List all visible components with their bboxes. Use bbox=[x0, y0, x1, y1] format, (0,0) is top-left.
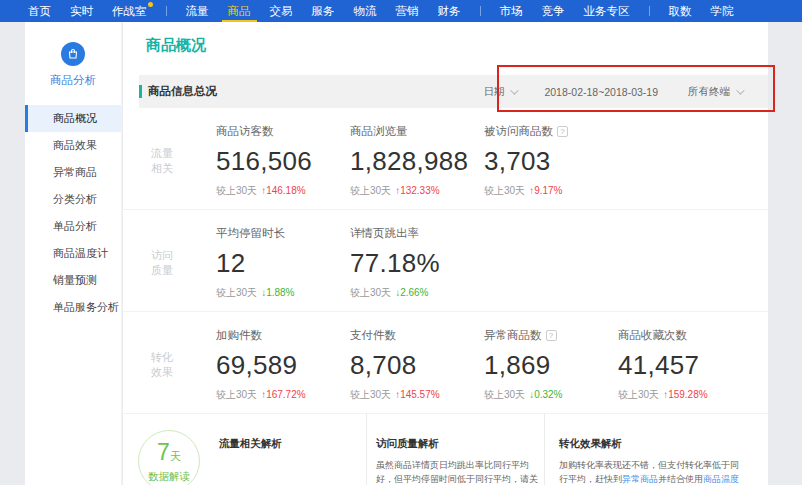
metric-value: 41,457 bbox=[618, 350, 752, 381]
help-icon[interactable]: ? bbox=[546, 330, 557, 341]
metric-value: 1,869 bbox=[484, 350, 618, 381]
badge-caption: 数据解读 bbox=[139, 470, 199, 484]
section-accent-bar bbox=[139, 85, 142, 98]
top-navbar: 首页实时作战室流量商品交易服务物流营销财务市场竞争业务专区取数学院 bbox=[0, 0, 802, 22]
sidebar-item-4[interactable]: 单品分析 bbox=[25, 213, 121, 240]
metric-label: 异常商品数? bbox=[484, 328, 618, 343]
insight-text: 并结合使用 bbox=[658, 474, 703, 484]
metric-label: 商品访客数 bbox=[216, 124, 350, 139]
terminal-label: 所有终端 bbox=[688, 85, 730, 99]
sidebar-item-3[interactable]: 分类分析 bbox=[25, 186, 121, 213]
metric-value: 516,506 bbox=[216, 146, 350, 177]
metric-compare: 较上30天↑159.28% bbox=[618, 388, 752, 402]
metric-compare: 较上30天↑145.57% bbox=[350, 388, 484, 402]
metric-card-0-1: 商品浏览量1,828,988较上30天↑132.33% bbox=[350, 124, 484, 209]
arrow-up-change: ↑132.33% bbox=[395, 185, 439, 196]
sidebar-item-6[interactable]: 销量预测 bbox=[25, 267, 121, 294]
insight-link[interactable]: 异常商品 bbox=[622, 474, 658, 484]
arrow-down-change: ↓1.88% bbox=[261, 287, 294, 298]
date-type-dropdown[interactable]: 日期 bbox=[483, 85, 516, 99]
nav-item-8[interactable]: 物流 bbox=[354, 0, 377, 22]
metric-row-1: 访问质量平均停留时长12较上30天↓1.88%详情页跳出率77.18%较上30天… bbox=[123, 210, 768, 312]
metric-compare: 较上30天↑132.33% bbox=[350, 184, 484, 198]
sidebar-item-2[interactable]: 异常商品 bbox=[25, 159, 121, 186]
chevron-down-icon bbox=[736, 86, 744, 94]
metric-label: 支付件数 bbox=[350, 328, 484, 343]
nav-item-0[interactable]: 首页 bbox=[28, 0, 51, 22]
metric-label: 加购件数 bbox=[216, 328, 350, 343]
nav-item-14[interactable]: 业务专区 bbox=[584, 0, 630, 22]
metric-value: 12 bbox=[216, 248, 350, 279]
nav-item-12[interactable]: 市场 bbox=[500, 0, 523, 22]
insight-text: 虽然商品详情页日均跳出率比同行平均好，但平均停留时间低于同行平均，请关注页面推荐… bbox=[376, 460, 538, 485]
page-title: 商品概况 bbox=[146, 36, 206, 55]
insight-body: 虽然商品详情页日均跳出率比同行平均好，但平均停留时间低于同行平均，请关注页面推荐… bbox=[376, 459, 544, 485]
nav-item-10[interactable]: 财务 bbox=[438, 0, 461, 22]
sidebar-item-1[interactable]: 商品效果 bbox=[25, 132, 121, 159]
metric-value: 8,708 bbox=[350, 350, 484, 381]
nav-item-9[interactable]: 营销 bbox=[396, 0, 419, 22]
sidebar-item-0[interactable]: 商品概况 bbox=[25, 105, 121, 132]
metric-group-label: 访问质量 bbox=[151, 226, 216, 311]
nav-item-17[interactable]: 学院 bbox=[711, 0, 734, 22]
insight-column-quality: 访问质量解析虽然商品详情页日均跳出率比同行平均好，但平均停留时间低于同行平均，请… bbox=[366, 413, 544, 485]
arrow-up-change: ↑159.28% bbox=[663, 389, 707, 400]
insight-column-conversion: 转化效果解析加购转化率表现还不错，但支付转化率低于同行平均，赶快到异常商品并结合… bbox=[544, 413, 768, 485]
insight-title: 访问质量解析 bbox=[376, 437, 544, 451]
nav-item-5[interactable]: 商品 bbox=[228, 0, 251, 22]
metric-value: 1,828,988 bbox=[350, 146, 484, 177]
nav-item-16[interactable]: 取数 bbox=[669, 0, 692, 22]
metric-row-2: 转化效果加购件数69,589较上30天↑167.72%支付件数8,708较上30… bbox=[123, 312, 768, 414]
insight-body: 加购转化率表现还不错，但支付转化率低于同行平均，赶快到异常商品并结合使用商品温度… bbox=[559, 459, 746, 485]
metric-compare: 较上30天↓2.66% bbox=[350, 286, 484, 300]
arrow-down-change: ↓0.32% bbox=[529, 389, 562, 400]
metric-label: 商品浏览量 bbox=[350, 124, 484, 139]
insights-section: 7天 数据解读 流量相关解析 访问质量解析虽然商品详情页日均跳出率比同行平均好，… bbox=[123, 413, 768, 485]
metric-compare: 较上30天↓0.32% bbox=[484, 388, 618, 402]
sidebar-item-5[interactable]: 商品温度计 bbox=[25, 240, 121, 267]
nav-item-13[interactable]: 竞争 bbox=[542, 0, 565, 22]
section-title: 商品信息总况 bbox=[148, 84, 217, 99]
metric-value: 77.18% bbox=[350, 248, 484, 279]
terminal-dropdown[interactable]: 所有终端 bbox=[688, 85, 742, 99]
nav-item-7[interactable]: 服务 bbox=[312, 0, 335, 22]
metric-compare: 较上30天↓1.88% bbox=[216, 286, 350, 300]
metric-group-label: 流量相关 bbox=[151, 124, 216, 209]
shopping-bag-icon bbox=[61, 42, 85, 66]
metric-label: 商品收藏次数 bbox=[618, 328, 752, 343]
metric-card-2-0: 加购件数69,589较上30天↑167.72% bbox=[216, 328, 350, 413]
insight-title: 流量相关解析 bbox=[219, 437, 366, 451]
arrow-down-change: ↓2.66% bbox=[395, 287, 428, 298]
metric-compare: 较上30天↑167.72% bbox=[216, 388, 350, 402]
date-range-picker[interactable]: 2018-02-18~2018-03-19 bbox=[544, 86, 658, 98]
nav-item-1[interactable]: 实时 bbox=[70, 0, 93, 22]
sidebar: 商品分析 商品概况商品效果异常商品分类分析单品分析商品温度计销量预测单品服务分析 bbox=[25, 22, 122, 485]
sidebar-title: 商品分析 bbox=[25, 73, 121, 88]
notification-dot-icon bbox=[148, 2, 153, 7]
metric-card-1-1: 详情页跳出率77.18%较上30天↓2.66% bbox=[350, 226, 484, 311]
arrow-up-change: ↑146.18% bbox=[261, 185, 305, 196]
metric-row-0: 流量相关商品访客数516,506较上30天↑146.18%商品浏览量1,828,… bbox=[123, 108, 768, 210]
filters: 日期 2018-02-18~2018-03-19 所有终端 bbox=[483, 85, 768, 99]
page-body: 商品分析 商品概况商品效果异常商品分类分析单品分析商品温度计销量预测单品服务分析… bbox=[0, 22, 802, 485]
sidebar-item-7[interactable]: 单品服务分析 bbox=[25, 294, 121, 321]
metric-group-label: 转化效果 bbox=[151, 328, 216, 413]
metric-card-2-3: 商品收藏次数41,457较上30天↑159.28% bbox=[618, 328, 752, 413]
metric-value: 69,589 bbox=[216, 350, 350, 381]
help-icon[interactable]: ? bbox=[557, 126, 568, 137]
nav-divider bbox=[649, 6, 650, 16]
sidebar-menu: 商品概况商品效果异常商品分类分析单品分析商品温度计销量预测单品服务分析 bbox=[25, 105, 121, 321]
nav-item-2[interactable]: 作战室 bbox=[112, 0, 147, 22]
metric-label: 平均停留时长 bbox=[216, 226, 350, 241]
insight-column-traffic: 流量相关解析 bbox=[200, 413, 366, 485]
chevron-down-icon bbox=[511, 86, 519, 94]
metric-card-0-0: 商品访客数516,506较上30天↑146.18% bbox=[216, 124, 350, 209]
metric-compare: 较上30天↑146.18% bbox=[216, 184, 350, 198]
metric-value: 3,703 bbox=[484, 146, 618, 177]
nav-item-4[interactable]: 流量 bbox=[186, 0, 209, 22]
seven-day-badge: 7天 数据解读 bbox=[138, 430, 200, 485]
metric-compare: 较上30天↑9.17% bbox=[484, 184, 618, 198]
nav-item-6[interactable]: 交易 bbox=[270, 0, 293, 22]
nav-divider bbox=[166, 6, 167, 16]
badge-number: 7 bbox=[157, 439, 170, 465]
